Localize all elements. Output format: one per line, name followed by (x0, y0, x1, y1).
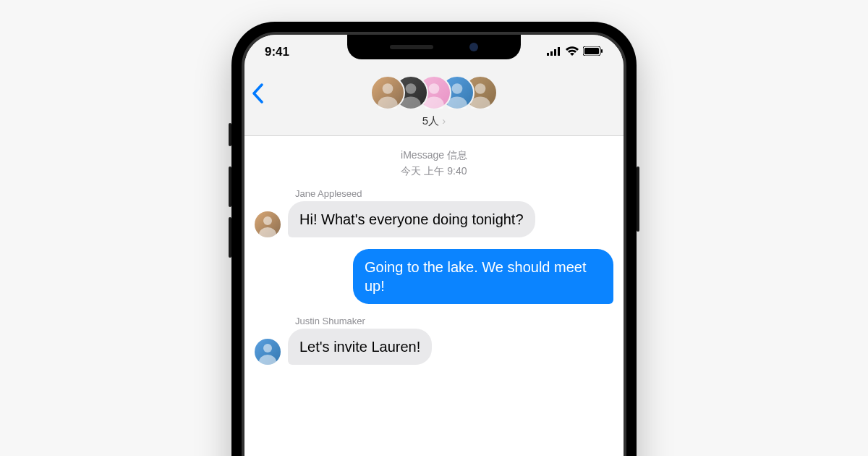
sender-name: Justin Shumaker (295, 316, 613, 326)
svg-point-18 (259, 227, 276, 237)
message-bubble[interactable]: Hi! What's everyone doing tonight? (288, 201, 535, 237)
thread-timestamp: 今天 上午 9:40 (255, 165, 613, 178)
svg-point-15 (475, 83, 486, 94)
status-time: 9:41 (265, 45, 289, 59)
speaker-grille (390, 45, 433, 49)
message-bubble[interactable]: Let's invite Lauren! (288, 329, 432, 365)
svg-point-8 (378, 97, 398, 109)
side-button (637, 166, 639, 232)
group-count-label: 5人 (422, 114, 439, 127)
mute-switch (229, 123, 231, 146)
svg-rect-0 (547, 53, 549, 56)
thread-service-label: iMessage 信息 (255, 149, 613, 162)
avatar (370, 75, 405, 110)
back-button[interactable] (252, 83, 263, 109)
message-row-incoming: Hi! What's everyone doing tonight? (255, 201, 613, 237)
svg-point-9 (406, 83, 417, 94)
status-indicators (547, 45, 603, 59)
svg-point-17 (263, 216, 272, 225)
svg-point-20 (259, 355, 276, 365)
svg-rect-5 (584, 48, 599, 54)
svg-point-19 (263, 344, 272, 352)
message-thread[interactable]: iMessage 信息 今天 上午 9:40 Jane Appleseed Hi… (244, 136, 624, 381)
battery-icon (583, 45, 603, 59)
group-avatars[interactable] (253, 75, 615, 110)
sender-avatar[interactable] (255, 211, 281, 237)
group-details-button[interactable]: 5人 › (253, 114, 615, 128)
volume-down-button (229, 217, 231, 258)
notch (347, 35, 521, 59)
svg-rect-1 (550, 51, 553, 56)
svg-point-13 (452, 83, 463, 94)
screen: 9:41 (242, 32, 626, 456)
cellular-icon (547, 45, 561, 59)
svg-point-7 (383, 83, 393, 94)
volume-up-button (229, 166, 231, 207)
svg-rect-6 (601, 49, 603, 53)
front-camera (469, 43, 478, 51)
sender-avatar[interactable] (255, 339, 281, 365)
phone-frame: 9:41 (231, 22, 637, 456)
svg-rect-3 (558, 47, 560, 56)
message-row-outgoing: Going to the lake. We should meet up! (255, 249, 613, 304)
wifi-icon (566, 45, 579, 59)
conversation-header: 5人 › (244, 69, 624, 136)
svg-point-11 (429, 83, 440, 94)
svg-rect-2 (554, 49, 556, 56)
sender-name: Jane Appleseed (295, 188, 613, 199)
message-bubble[interactable]: Going to the lake. We should meet up! (353, 249, 613, 304)
message-row-incoming: Let's invite Lauren! (255, 329, 613, 365)
chevron-right-icon: › (439, 114, 446, 127)
